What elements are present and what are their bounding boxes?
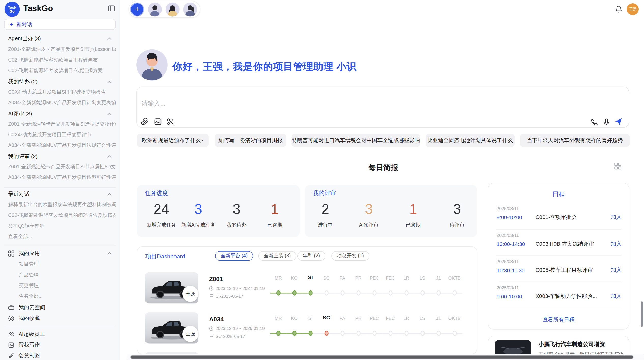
- contact-avatar[interactable]: [183, 2, 197, 16]
- section-label: 我的待办 (2): [8, 78, 37, 85]
- contact-avatar[interactable]: [148, 2, 162, 16]
- sidebar-task-item[interactable]: A034-全新新能源MUV产品开发项目计划变更表编写: [8, 99, 116, 106]
- filter-chip-model-year[interactable]: 年型 (2): [297, 251, 325, 261]
- chevron-up-icon[interactable]: [107, 155, 112, 158]
- view-all-schedule-link[interactable]: 查看所有日程: [488, 316, 629, 323]
- chevron-up-icon[interactable]: [107, 112, 112, 115]
- section-my-review[interactable]: 我的评审 (2): [8, 153, 112, 160]
- flag-icon: [209, 294, 214, 298]
- chevron-up-icon[interactable]: [107, 37, 112, 40]
- stat-value: 3: [344, 200, 393, 218]
- milestone-J1: J1: [430, 276, 446, 299]
- attachment-icon[interactable]: [141, 118, 149, 126]
- suggestion-chip[interactable]: 当下年轻人对汽车外观有怎样的喜好趋势: [520, 134, 630, 147]
- clock-icon: [209, 326, 214, 331]
- sidebar-task-item[interactable]: A034-全新新能源MUV产品开发项目造型可行性评审: [8, 174, 116, 181]
- app-link-project-mgmt[interactable]: 项目管理: [19, 261, 113, 267]
- sidebar-item-ai-super-staff[interactable]: AI超级员工: [8, 331, 112, 338]
- milestone-MR: MR: [270, 276, 286, 299]
- join-link[interactable]: 加入: [611, 293, 621, 300]
- milestone-label: PEC: [366, 276, 382, 280]
- add-contact-button[interactable]: +: [130, 2, 144, 16]
- recent-chat-item[interactable]: C02-飞腾新能源轻客改款项目的闭环通告反馈情况: [8, 212, 116, 219]
- event-name: C001-立项审批会: [536, 214, 611, 221]
- milestone-node: [404, 290, 408, 296]
- event-time: 9:00-10:00: [496, 293, 535, 299]
- chevron-up-icon[interactable]: [107, 80, 112, 83]
- favorites-label: 我的收藏: [19, 314, 40, 322]
- milestone-LR: LR: [398, 316, 414, 340]
- milestone-FEC: FEC: [382, 276, 398, 299]
- assistant-avatar: [136, 49, 168, 81]
- milestone-strip: MRKOSISCPAPRPECFECLRLSJ1OKTB: [270, 276, 463, 299]
- suggestion-chip[interactable]: 特朗普可能对进口汽车增税会对中国车企造成哪些影响: [292, 134, 420, 147]
- user-avatar[interactable]: 王强: [627, 3, 639, 15]
- milestone-node: [372, 290, 376, 296]
- horizontal-scrollbar-thumb[interactable]: [131, 355, 634, 359]
- sidebar-item-help-me-write[interactable]: 帮我写作: [8, 341, 112, 349]
- suggestion-chip[interactable]: 如何写一份清晰的项目周报: [215, 134, 286, 147]
- task-progress-card: 任务进度 24 新增完成任务 3 新增AI完成任务 3 我的待办 1 已逾期: [137, 185, 300, 237]
- phone-call-icon[interactable]: [591, 118, 598, 126]
- filter-chip-upfit[interactable]: 全新上装 (3): [258, 251, 296, 261]
- recent-chat-item[interactable]: 解释最新出台的欧盟报废车法规再生塑料比例被调至15%...: [8, 201, 116, 208]
- project-flag: SI-2025-05-17: [209, 294, 243, 298]
- sidebar-item-my-apps[interactable]: 我的应用: [8, 250, 112, 257]
- view-all-apps-link[interactable]: 查看全部...: [19, 293, 113, 299]
- vertical-scrollbar-thumb[interactable]: [641, 301, 643, 327]
- schedule-event: 2025/03/11 13:00-14:30 C003|H0B-方案冻结评审 加…: [496, 233, 621, 248]
- milestone-label: LR: [398, 316, 414, 321]
- notifications-bell-icon[interactable]: [615, 5, 623, 13]
- scissors-icon[interactable]: [167, 118, 175, 126]
- project-dates: 2023-12-19 ~ 2026-01-19: [209, 326, 265, 331]
- send-icon[interactable]: [614, 118, 622, 126]
- milestone-label: FEC: [382, 276, 398, 280]
- filter-chip-powertrain[interactable]: 动总开发 (1): [331, 251, 369, 261]
- sidebar-item-favorites[interactable]: 我的收藏: [8, 314, 112, 322]
- section-ai-review[interactable]: AI评审 (3): [8, 110, 112, 117]
- suggestion-chip[interactable]: 比亚迪全固态电池计划具体说了什么: [426, 134, 515, 147]
- sidebar-task-item[interactable]: Z001-全新燃油皮卡产品开发项目SI节点Lesson Learn报告: [8, 46, 116, 53]
- schedule-event: 2025/03/11 10:30-11:30 C005-整车工程目标评审 加入: [496, 259, 621, 274]
- sidebar-item-cloud-space[interactable]: 我的云空间: [8, 304, 112, 311]
- recent-chat-item[interactable]: 公司Q3轻卡销量: [8, 222, 116, 229]
- milestone-KO: KO: [286, 316, 302, 340]
- new-chat-button[interactable]: + 新对话: [4, 19, 116, 30]
- project-flag: SC-2025-05-17: [209, 334, 245, 339]
- milestone-node: [452, 290, 457, 296]
- app-link-product-mgmt[interactable]: 产品管理: [19, 271, 113, 278]
- suggestion-chip[interactable]: 欧洲新规最近颁布了什么?: [137, 134, 209, 147]
- view-all-chats-link[interactable]: 查看全部...: [8, 233, 116, 240]
- sidebar-task-item[interactable]: C0X4-动力总成开发项目SI里程碑提交物检查: [8, 89, 116, 96]
- section-my-todo[interactable]: 我的待办 (2): [8, 78, 112, 85]
- image-icon[interactable]: [154, 118, 162, 126]
- microphone-icon[interactable]: [603, 118, 610, 126]
- chevron-up-icon[interactable]: [107, 193, 112, 196]
- milestone-label: OKTB: [446, 316, 462, 321]
- chevron-up-icon[interactable]: [107, 252, 112, 255]
- join-link[interactable]: 加入: [611, 240, 621, 248]
- section-recent-chats[interactable]: 最近对话: [8, 190, 112, 198]
- divider: [496, 229, 621, 230]
- app-root: Task Go TaskGo + 新对话 Agent已办 (3) Z001-全新…: [0, 0, 644, 360]
- join-link[interactable]: 加入: [611, 214, 621, 221]
- sidebar-task-item[interactable]: A034-全新新能源MUV产品开发项目法规符合性评审: [8, 142, 116, 149]
- sidebar-task-item[interactable]: Z001-全新燃油轻卡产品开发项目SI节点属性5D文件评审: [8, 163, 116, 170]
- milestone-FEC: FEC: [382, 316, 398, 340]
- join-link[interactable]: 加入: [611, 266, 621, 274]
- sidebar-task-item[interactable]: Z001-全新燃油轻卡产品开发项目SI造型提交物评审: [8, 121, 116, 128]
- app-link-change-mgmt[interactable]: 变更管理: [19, 282, 113, 289]
- collapse-sidebar-icon[interactable]: [108, 5, 115, 11]
- contact-avatar[interactable]: [166, 2, 180, 16]
- sidebar-item-creative-drawing[interactable]: 创意制图: [8, 352, 112, 359]
- layout-grid-icon[interactable]: [614, 162, 621, 169]
- filter-chip-platform[interactable]: 全新平台 (4): [215, 251, 253, 261]
- milestone-label: OKTB: [446, 276, 462, 280]
- sidebar-task-item[interactable]: C02-飞腾新能源轻客改款项目里程碑画布: [8, 57, 116, 64]
- chat-input[interactable]: [141, 99, 510, 107]
- sidebar-task-item[interactable]: C02-飞腾新能源轻客改款项目立项汇报方案: [8, 67, 116, 74]
- sidebar-task-item[interactable]: C0X4-动力总成开发项目工程变更评审: [8, 131, 116, 138]
- section-agent-done[interactable]: Agent已办 (3): [8, 35, 112, 42]
- milestone-SI: SI: [302, 276, 318, 299]
- apps-grid-icon: [8, 250, 14, 256]
